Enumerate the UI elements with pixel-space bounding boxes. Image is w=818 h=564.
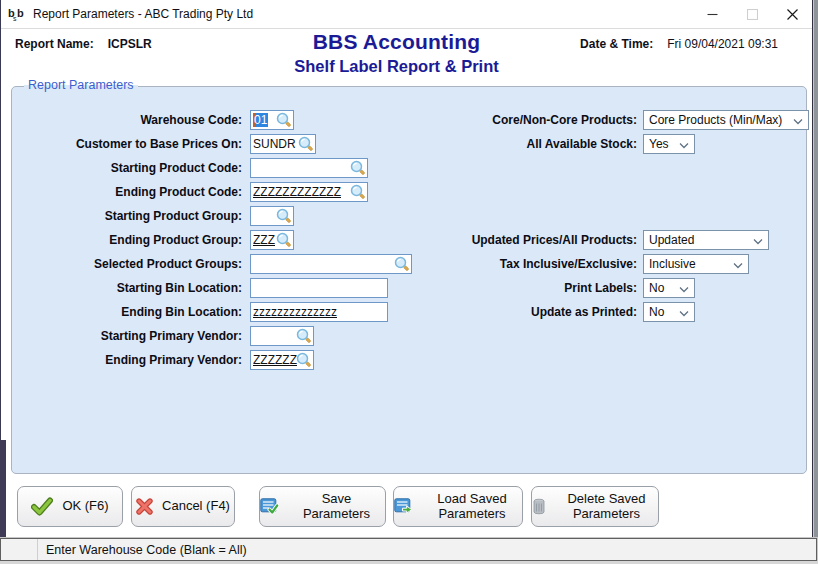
- updated-prices-row: Updated Prices/All Products: Updated: [440, 229, 812, 251]
- starting-bin-location-input[interactable]: [250, 278, 388, 298]
- lookup-icon[interactable]: [350, 184, 366, 200]
- print-labels-row: Print Labels: No: [440, 277, 812, 299]
- starting-product-code-input[interactable]: [250, 158, 368, 178]
- chevron-down-icon: [679, 310, 689, 317]
- warehouse-code-input[interactable]: 01: [250, 110, 294, 130]
- minimize-button[interactable]: [692, 0, 732, 28]
- print-labels-select[interactable]: No: [643, 278, 695, 298]
- selected-product-groups-input[interactable]: [250, 254, 412, 274]
- ending-product-group-row: Ending Product Group: ZZZ: [24, 229, 464, 251]
- lookup-icon[interactable]: [350, 160, 366, 176]
- chevron-down-icon: [753, 238, 763, 245]
- update-as-printed-select[interactable]: No: [643, 302, 695, 322]
- all-available-stock-label: All Available Stock:: [440, 137, 637, 151]
- starting-product-group-row: Starting Product Group:: [24, 205, 464, 227]
- ending-product-code-input[interactable]: ZZZZZZZZZZZZ: [250, 182, 368, 202]
- update-as-printed-row: Update as Printed: No: [440, 301, 812, 323]
- lookup-icon[interactable]: [394, 256, 410, 272]
- maximize-icon: [747, 9, 758, 20]
- chevron-down-icon: [679, 142, 689, 149]
- ending-bin-location-input[interactable]: zzzzzzzzzzzzzz: [250, 302, 388, 322]
- starting-product-group-label: Starting Product Group:: [24, 209, 242, 223]
- lookup-icon[interactable]: [298, 136, 314, 152]
- tax-inclusive-select[interactable]: Inclusive: [643, 254, 749, 274]
- cancel-x-icon: [136, 498, 153, 515]
- close-button[interactable]: [772, 0, 812, 28]
- datetime-label: Date & Time:: [580, 37, 653, 51]
- lookup-icon[interactable]: [276, 208, 292, 224]
- group-label: Report Parameters: [24, 78, 138, 92]
- tax-inclusive-row: Tax Inclusive/Exclusive: Inclusive: [440, 253, 812, 275]
- svg-text:b: b: [17, 7, 24, 19]
- ending-bin-location-label: Ending Bin Location:: [24, 305, 242, 319]
- report-parameters-dialog: b s b Report Parameters - ABC Trading Pt…: [0, 0, 813, 537]
- update-as-printed-label: Update as Printed:: [440, 305, 637, 319]
- ending-bin-location-row: Ending Bin Location: zzzzzzzzzzzzzz: [24, 301, 464, 323]
- load-parameters-icon: [394, 498, 413, 515]
- customer-base-prices-row: Customer to Base Prices On: SUNDR: [24, 133, 464, 155]
- background-window-edge: [814, 0, 818, 537]
- starting-primary-vendor-row: Starting Primary Vendor:: [24, 325, 464, 347]
- lookup-icon[interactable]: [296, 352, 312, 368]
- ending-product-group-label: Ending Product Group:: [24, 233, 242, 247]
- status-bar-left-cell: [1, 539, 38, 560]
- starting-product-group-input[interactable]: [250, 206, 294, 226]
- all-available-stock-select[interactable]: Yes: [643, 134, 695, 154]
- starting-bin-location-row: Starting Bin Location:: [24, 277, 464, 299]
- ok-check-icon: [31, 497, 53, 516]
- report-title: Shelf Label Report & Print: [1, 57, 792, 76]
- app-icon: b s b: [8, 6, 26, 22]
- all-available-stock-row: All Available Stock: Yes: [440, 133, 812, 155]
- save-parameters-icon: [260, 498, 279, 515]
- load-saved-parameters-button[interactable]: Load Saved Parameters: [393, 486, 523, 527]
- starting-product-code-row: Starting Product Code:: [24, 157, 464, 179]
- warehouse-code-label: Warehouse Code:: [24, 113, 242, 127]
- selected-product-groups-label: Selected Product Groups:: [24, 257, 242, 271]
- starting-product-code-label: Starting Product Code:: [24, 161, 242, 175]
- status-message: Enter Warehouse Code (Blank = All): [38, 543, 247, 557]
- delete-saved-parameters-button[interactable]: Delete Saved Parameters: [531, 486, 659, 527]
- core-products-select[interactable]: Core Products (Min/Max): [643, 110, 809, 130]
- updated-prices-label: Updated Prices/All Products:: [440, 233, 637, 247]
- cancel-button[interactable]: Cancel (F4): [131, 486, 235, 527]
- chevron-down-icon: [793, 118, 803, 125]
- ending-primary-vendor-input[interactable]: ZZZZZZ: [250, 350, 314, 370]
- status-bar: Enter Warehouse Code (Blank = All): [0, 538, 817, 561]
- title-bar[interactable]: b s b Report Parameters - ABC Trading Pt…: [1, 0, 812, 29]
- customer-base-prices-input[interactable]: SUNDR: [250, 134, 316, 154]
- core-products-row: Core/Non-Core Products: Core Products (M…: [440, 109, 812, 131]
- window-title: Report Parameters - ABC Trading Pty Ltd: [33, 7, 253, 21]
- lookup-icon[interactable]: [276, 112, 292, 128]
- datetime-block: Date & Time:Fri 09/04/2021 09:31: [580, 37, 778, 51]
- ending-product-code-label: Ending Product Code:: [24, 185, 242, 199]
- starting-primary-vendor-label: Starting Primary Vendor:: [24, 329, 242, 343]
- ending-primary-vendor-label: Ending Primary Vendor:: [24, 353, 242, 367]
- report-parameters-group: Report Parameters Warehouse Code: 01 Cus…: [11, 86, 807, 474]
- starting-primary-vendor-input[interactable]: [250, 326, 314, 346]
- close-icon: [787, 9, 798, 20]
- minimize-icon: [707, 9, 718, 20]
- lookup-icon[interactable]: [276, 232, 292, 248]
- tax-inclusive-label: Tax Inclusive/Exclusive:: [440, 257, 637, 271]
- ending-primary-vendor-row: Ending Primary Vendor: ZZZZZZ: [24, 349, 464, 371]
- maximize-button: [732, 0, 772, 28]
- lookup-icon[interactable]: [296, 328, 312, 344]
- ending-product-group-input[interactable]: ZZZ: [250, 230, 294, 250]
- starting-bin-location-label: Starting Bin Location:: [24, 281, 242, 295]
- background-window-edge: [0, 440, 6, 537]
- datetime-value: Fri 09/04/2021 09:31: [667, 37, 778, 51]
- ok-button[interactable]: OK (F6): [17, 486, 123, 527]
- chevron-down-icon: [733, 262, 743, 269]
- selected-product-groups-row: Selected Product Groups:: [24, 253, 464, 275]
- save-parameters-button[interactable]: Save Parameters: [259, 486, 386, 527]
- delete-parameters-icon: [532, 498, 546, 515]
- core-products-label: Core/Non-Core Products:: [440, 113, 637, 127]
- chevron-down-icon: [679, 286, 689, 293]
- updated-prices-select[interactable]: Updated: [643, 230, 769, 250]
- customer-base-prices-label: Customer to Base Prices On:: [24, 137, 242, 151]
- ending-product-code-row: Ending Product Code: ZZZZZZZZZZZZ: [24, 181, 464, 203]
- print-labels-label: Print Labels:: [440, 281, 637, 295]
- warehouse-code-row: Warehouse Code: 01: [24, 109, 464, 131]
